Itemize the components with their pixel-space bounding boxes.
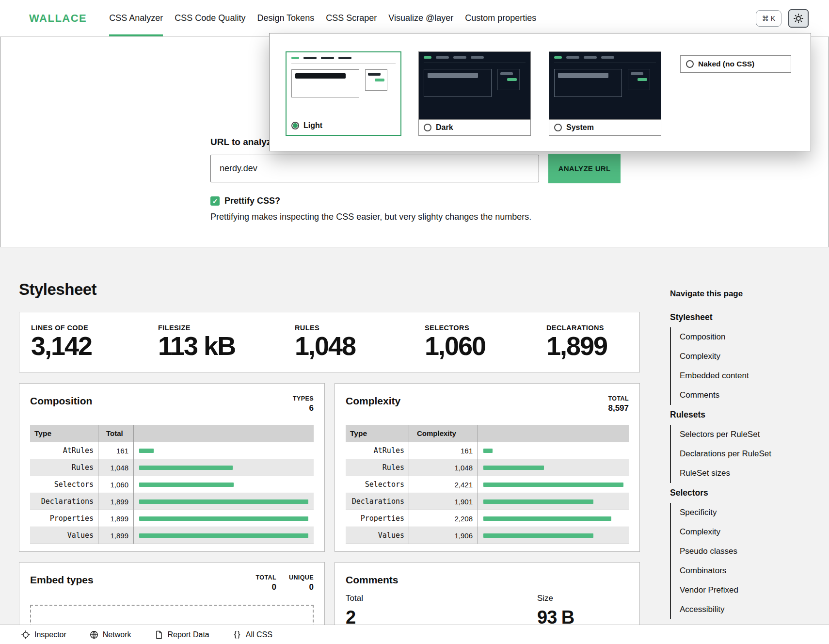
composition-meta: TYPES 6 [293,395,314,413]
row-value: 1,901 [409,493,478,510]
row-value: 1,899 [98,527,134,544]
toc-link-combinators[interactable]: Combinators [671,561,811,580]
nav-item[interactable]: Visualize @layer [388,0,453,36]
value-bar [139,516,308,521]
row-bar-cell [134,476,314,493]
toc-sublist-stylesheet: CompositionComplexityEmbedded contentCom… [670,327,811,405]
toc-title: Navigate this page [670,289,811,299]
toc-link-complexity[interactable]: Complexity [671,347,811,366]
mini-navbar [554,56,656,63]
radio-dark[interactable] [424,124,431,131]
tab-all-css[interactable]: All CSS [233,630,272,639]
theme-option-system[interactable]: System [549,51,661,136]
toc-link-ruleset-sizes[interactable]: RuleSet sizes [671,464,811,483]
toc-link-complexity[interactable]: Complexity [671,522,811,542]
system-theme-preview [549,52,661,119]
row-value: 1,060 [98,476,134,493]
analyze-url-button[interactable]: ANALYZE URL [548,154,621,183]
theme-option-dark[interactable]: Dark [418,51,531,136]
comments-total: Total 2 [346,594,537,628]
theme-option-light[interactable]: Light [286,51,401,136]
comments-size: Size 93 B [537,594,574,628]
toc-group-rulesets[interactable]: Rulesets [670,405,811,425]
comments-title: Comments [346,574,399,586]
url-input[interactable] [210,155,539,182]
mini-navbar [424,56,526,63]
stat-label: FILESIZE [158,324,235,332]
tab-network[interactable]: Network [90,630,131,639]
toc-link-selectors-per-ruleset[interactable]: Selectors per RuleSet [671,425,811,444]
toc-link-specificity[interactable]: Specificity [671,503,811,522]
summary-stats-card: LINES OF CODE 3,142 FILESIZE 113 kB RULE… [19,312,640,372]
light-theme-preview [287,52,400,117]
tab-report-data[interactable]: Report Data [155,630,209,639]
nav-item[interactable]: CSS Scraper [326,0,377,36]
toc-group-stylesheet[interactable]: Stylesheet [670,307,811,327]
toc-link-composition[interactable]: Composition [671,327,811,347]
report-data-icon [155,630,163,639]
mini-button-mock [497,69,520,90]
top-navbar: WALLACE CSS AnalyzerCSS Code QualityDesi… [0,0,829,37]
stat-value: 1,048 [295,332,355,360]
row-type: Rules [346,459,409,476]
composition-card: Composition TYPES 6 Type Total AtRules 1… [19,383,325,552]
composition-card-head: Composition TYPES 6 [19,384,324,413]
table-row: Values 1,899 [30,527,314,544]
tab-inspector[interactable]: Inspector [21,630,66,639]
value-bar [483,533,593,538]
value-bar [483,466,544,470]
theme-picker-panel: Light Dark [269,33,811,151]
row-value: 1,906 [409,527,478,544]
toc-link-comments[interactable]: Comments [671,386,811,405]
row-type: Declarations [30,493,98,510]
check-icon: ✓ [212,197,218,205]
command-palette-button[interactable]: ⌘ K [756,10,781,27]
toc-link-embedded-content[interactable]: Embedded content [671,366,811,386]
summary-stat: FILESIZE 113 kB [158,324,235,360]
summary-stat: SELECTORS 1,060 [425,324,485,360]
table-row: Declarations 1,901 [346,493,629,510]
row-value: 1,899 [98,493,134,510]
theme-option-naked[interactable]: Naked (no CSS) [680,55,791,73]
summary-stat: RULES 1,048 [295,324,355,360]
prettify-checkbox[interactable]: ✓ [210,196,220,206]
theme-label-light: Light [303,121,322,130]
value-bar [139,499,308,504]
summary-stat: DECLARATIONS 1,899 [546,324,607,360]
dark-theme-preview [419,52,530,119]
nav-item[interactable]: Custom properties [465,0,536,36]
complexity-table-body: AtRules 161 Rules 1,048 Selectors 2,421 … [346,442,629,544]
toc-link-pseudo-classes[interactable]: Pseudo classes [671,542,811,561]
row-type: Selectors [30,476,98,493]
nav-item[interactable]: CSS Code Quality [175,0,245,36]
nav-item[interactable]: CSS Analyzer [109,0,163,36]
row-bar-cell [478,510,629,527]
table-row: Rules 1,048 [346,459,629,476]
mini-input-mock [424,69,492,97]
value-bar [139,533,308,538]
wallace-logo[interactable]: WALLACE [29,12,87,25]
row-bar-cell [134,459,314,476]
radio-light[interactable] [291,122,299,129]
toc-link-declarations-per-ruleset[interactable]: Declarations per RuleSet [671,444,811,464]
radio-system[interactable] [554,124,562,131]
nav-item[interactable]: Design Tokens [257,0,314,36]
toc-link-accessibility[interactable]: Accessibility [671,600,811,619]
row-bar-cell [134,527,314,544]
radio-naked[interactable] [686,60,694,68]
row-type: Values [30,527,98,544]
wallace-app: WALLACE CSS AnalyzerCSS Code QualityDesi… [0,0,829,644]
row-value: 1,048 [98,459,134,476]
toc-group-selectors[interactable]: Selectors [670,483,811,503]
toc-link-vendor-prefixed[interactable]: Vendor Prefixed [671,580,811,600]
stat-value: 1,060 [425,332,485,360]
value-bar [483,449,493,453]
table-row: AtRules 161 [346,442,629,459]
row-value: 161 [409,442,478,459]
theme-toggle-button[interactable] [788,9,809,28]
devtools-bar: Inspector Network Report Data All CSS [0,625,829,644]
all-css-icon [233,630,241,639]
row-bar-cell [478,442,629,459]
complexity-meta: TOTAL 8,597 [608,395,629,413]
composition-table: Type Total AtRules 161 Rules 1,048 Selec… [30,425,314,544]
